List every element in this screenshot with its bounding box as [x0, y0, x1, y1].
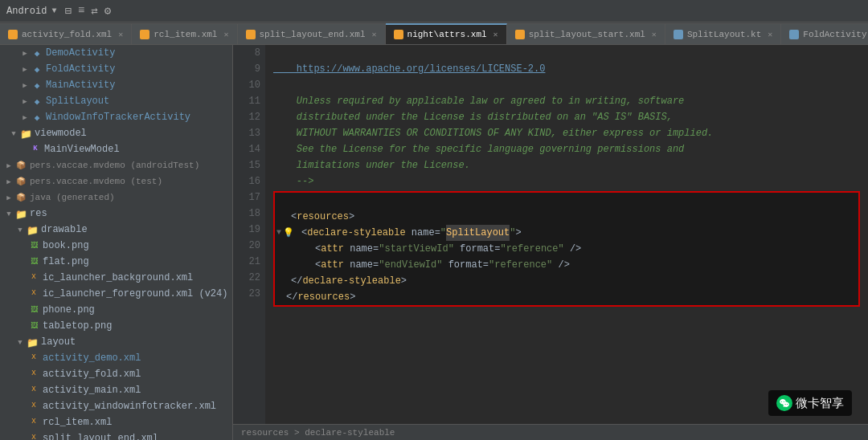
sidebar-item-windowinfo[interactable]: ◆ WindowInfoTrackerActivity: [0, 109, 232, 125]
sidebar-item-ic-fg[interactable]: X ic_launcher_foreground.xml (v24): [0, 286, 232, 302]
tag-close-declare: declare-styleable: [302, 273, 400, 289]
arrow-icon: [3, 177, 14, 186]
bulb-icon: 💡: [283, 225, 294, 241]
code-content[interactable]: https://www.apache.org/licenses/LICENSE-…: [265, 45, 868, 424]
sidebar-item-mainviewmodel[interactable]: K MainViewModel: [0, 141, 232, 157]
line-num-17: 17: [233, 189, 260, 206]
tab-split-layout-start[interactable]: split_layout_start.xml ✕: [507, 23, 665, 44]
item-label: phone.png: [43, 304, 95, 316]
item-label: flat.png: [43, 256, 89, 267]
line-num-22: 22: [233, 270, 260, 286]
list-icon[interactable]: ≡: [78, 4, 84, 18]
tab-close-icon[interactable]: ✕: [372, 30, 377, 39]
sidebar-item-activity-main[interactable]: X activity_main.xml: [0, 382, 232, 398]
sidebar-item-test[interactable]: 📦 pers.vaccae.mvdemo (test): [0, 173, 232, 189]
tab-label: activity_fold.xml: [22, 30, 112, 39]
folder-icon: 📁: [19, 128, 32, 138]
file-icon: ◆: [31, 112, 43, 122]
line-num-11: 11: [233, 93, 260, 109]
code-line-23: </resources>: [275, 289, 858, 305]
tab-close-icon[interactable]: ✕: [768, 30, 772, 39]
kt-file-icon: K: [29, 145, 42, 154]
sidebar-item-drawable[interactable]: 📁 drawable: [0, 222, 232, 238]
xml-icon: X: [27, 418, 40, 427]
item-label: activity_windowinfotracker.xml: [43, 401, 216, 412]
sidebar-item-activity-wit[interactable]: X activity_windowinfotracker.xml: [0, 398, 232, 414]
tab-close-icon[interactable]: ✕: [223, 30, 228, 39]
attr-quote2: ": [510, 225, 515, 241]
sidebar-item-book-png[interactable]: 🖼 book.png: [0, 238, 232, 254]
tab-label: night\attrs.xml: [407, 30, 487, 39]
structure-icon[interactable]: ⊟: [64, 4, 71, 18]
sidebar-item-androidtest[interactable]: 📦 pers.vaccae.mvdemo (androidTest): [0, 157, 232, 173]
sidebar-item-flat-png[interactable]: 🖼 flat.png: [0, 254, 232, 270]
sidebar-item-res[interactable]: 📁 res: [0, 206, 232, 222]
project-selector[interactable]: Android ▼: [6, 6, 56, 17]
code-line-8: [273, 45, 860, 61]
main-content: ◆ DemoActivity ◆ FoldActivity ◆ MainActi…: [0, 45, 868, 440]
file-icon: ◆: [31, 80, 43, 90]
tab-close-icon[interactable]: ✕: [118, 30, 123, 39]
line-num-14: 14: [233, 141, 260, 157]
comment-text: limitations under the License.: [273, 157, 470, 173]
sidebar-item-split-end[interactable]: X split_layout_end.xml: [0, 430, 232, 440]
code-line-19: 💡 <declare-styleable name="SplitLayout">: [275, 225, 858, 241]
tab-activity-fold[interactable]: activity_fold.xml ✕: [0, 23, 132, 44]
wechat-icon: [776, 395, 792, 411]
tag-attr: attr: [321, 257, 344, 273]
tab-foldactivity[interactable]: FoldActivity... ✕: [781, 23, 868, 44]
kt-icon: [674, 30, 683, 39]
xml-icon: X: [27, 289, 40, 299]
png-icon: 🖼: [27, 321, 40, 331]
item-label: rcl_item.xml: [43, 417, 112, 428]
punct-end: />: [564, 241, 582, 257]
item-label: activity_fold.xml: [43, 369, 141, 380]
xml-icon: X: [27, 385, 40, 395]
tab-night-attrs[interactable]: night\attrs.xml ✕: [386, 23, 507, 44]
tab-split-layout-end[interactable]: split_layout_end.xml ✕: [238, 23, 386, 44]
tab-close-icon[interactable]: ✕: [652, 30, 657, 39]
xml-icon: X: [27, 273, 40, 283]
code-line-14: See the License for the specific languag…: [273, 141, 860, 157]
item-label: pers.vaccae.mvdemo (test): [30, 177, 162, 186]
sidebar-item-activity-fold[interactable]: X activity_fold.xml: [0, 366, 232, 382]
sync-icon[interactable]: ⇄: [91, 4, 97, 18]
sidebar-item-splitlayout[interactable]: ◆ SplitLayout: [0, 93, 232, 109]
tab-splitlayout-kt[interactable]: SplitLayout.kt ✕: [665, 23, 781, 44]
sidebar-item-phone-png[interactable]: 🖼 phone.png: [0, 302, 232, 318]
png-icon: 🖼: [27, 241, 40, 251]
item-label: tabletop.png: [43, 320, 112, 332]
sidebar-item-foldactivity[interactable]: ◆ FoldActivity: [0, 61, 232, 77]
code-line-12: distributed under the License is distrib…: [273, 109, 860, 125]
sidebar-item-activity-demo[interactable]: X activity_demo.xml: [0, 350, 232, 366]
line-num-15: 15: [233, 157, 260, 173]
sidebar-item-ic-bg[interactable]: X ic_launcher_background.xml: [0, 270, 232, 286]
sidebar-item-democtivity[interactable]: ◆ DemoActivity: [0, 45, 232, 61]
comment-text: -->: [273, 173, 313, 189]
tab-label: SplitLayout.kt: [687, 30, 761, 39]
punct: <: [291, 209, 297, 225]
fold-indicator: [276, 225, 281, 241]
arrow-icon: [3, 161, 14, 170]
dropdown-arrow[interactable]: ▼: [51, 6, 56, 15]
xml-icon: X: [27, 434, 40, 440]
tab-label: rcl_item.xml: [154, 30, 217, 39]
attr-quote1: ": [440, 225, 446, 241]
arrow-icon: [8, 129, 19, 138]
xml-icon: [8, 30, 18, 39]
sidebar-item-mainactivity[interactable]: ◆ MainActivity: [0, 77, 232, 93]
watermark: 微卡智享: [768, 390, 852, 416]
sidebar-item-layout[interactable]: 📁 layout: [0, 334, 232, 350]
tab-rcl-item[interactable]: rcl_item.xml ✕: [132, 23, 237, 44]
tab-label: split_layout_end.xml: [260, 30, 366, 39]
code-line-18: <resources>: [275, 209, 858, 225]
sidebar-item-rcl-item[interactable]: X rcl_item.xml: [0, 414, 232, 430]
code-line-9: https://www.apache.org/licenses/LICENSE-…: [273, 61, 860, 77]
sidebar-item-viewmodel[interactable]: 📁 viewmodel: [0, 125, 232, 141]
sidebar-item-tabletop-png[interactable]: 🖼 tabletop.png: [0, 318, 232, 334]
sidebar-item-java-gen[interactable]: 📦 java (generated): [0, 189, 232, 206]
item-label: MainViewModel: [44, 144, 120, 155]
punct: >: [350, 289, 355, 305]
tab-close-icon[interactable]: ✕: [493, 30, 498, 39]
settings-icon[interactable]: ⚙: [104, 4, 111, 18]
